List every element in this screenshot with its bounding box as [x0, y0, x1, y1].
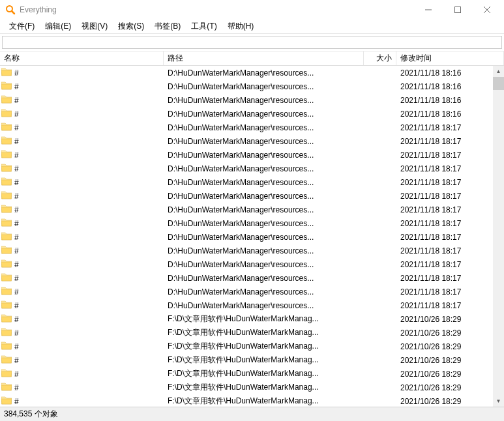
- cell-date: 2021/11/18 18:16: [396, 96, 493, 105]
- cell-path: D:\HuDunWaterMarkManager\resources...: [164, 260, 364, 269]
- cell-path: D:\HuDunWaterMarkManager\resources...: [164, 164, 364, 173]
- item-name: #: [14, 370, 19, 379]
- cell-date: 2021/10/26 18:29: [396, 397, 493, 406]
- table-row[interactable]: #D:\HuDunWaterMarkManager\resources...20…: [0, 230, 493, 244]
- folder-icon: [1, 341, 14, 352]
- folder-icon: [1, 81, 14, 92]
- item-name: #: [14, 356, 19, 365]
- folder-icon: [1, 300, 14, 311]
- table-row[interactable]: #D:\HuDunWaterMarkManager\resources...20…: [0, 93, 493, 107]
- cell-name: #: [0, 396, 164, 407]
- table-row[interactable]: #D:\HuDunWaterMarkManager\resources...20…: [0, 216, 493, 230]
- window-controls: [413, 0, 501, 20]
- table-row[interactable]: #D:\HuDunWaterMarkManager\resources...20…: [0, 189, 493, 203]
- menu-bookmarks[interactable]: 书签(B): [149, 19, 186, 34]
- header-date[interactable]: 修改时间: [396, 51, 504, 65]
- scroll-track[interactable]: [493, 77, 504, 396]
- scroll-down-button[interactable]: ▼: [493, 396, 504, 407]
- scroll-thumb[interactable]: [493, 77, 504, 90]
- cell-date: 2021/11/18 18:17: [396, 287, 493, 297]
- folder-icon: [1, 286, 14, 297]
- close-button[interactable]: [472, 0, 501, 20]
- item-name: #: [14, 246, 19, 255]
- table-row[interactable]: #F:\D\文章用软件\HuDunWaterMarkManag...2021/1…: [0, 381, 493, 394]
- menu-view[interactable]: 视图(V): [76, 19, 113, 34]
- cell-path: D:\HuDunWaterMarkManager\resources...: [164, 233, 364, 242]
- cell-path: D:\HuDunWaterMarkManager\resources...: [164, 219, 364, 228]
- cell-path: D:\HuDunWaterMarkManager\resources...: [164, 178, 364, 187]
- table-row[interactable]: #F:\D\文章用软件\HuDunWaterMarkManag...2021/1…: [0, 394, 493, 407]
- folder-icon: [1, 204, 14, 215]
- menu-tools[interactable]: 工具(T): [186, 19, 222, 34]
- svg-rect-3: [454, 7, 460, 13]
- table-row[interactable]: #D:\HuDunWaterMarkManager\resources...20…: [0, 257, 493, 271]
- cell-date: 2021/11/18 18:17: [396, 123, 493, 132]
- cell-path: F:\D\文章用软件\HuDunWaterMarkManag...: [164, 313, 364, 325]
- item-name: #: [14, 123, 19, 132]
- table-row[interactable]: #F:\D\文章用软件\HuDunWaterMarkManag...2021/1…: [0, 312, 493, 326]
- cell-date: 2021/11/18 18:17: [396, 164, 493, 173]
- table-row[interactable]: #D:\HuDunWaterMarkManager\resources...20…: [0, 162, 493, 175]
- cell-path: F:\D\文章用软件\HuDunWaterMarkManag...: [164, 368, 364, 379]
- table-row[interactable]: #F:\D\文章用软件\HuDunWaterMarkManag...2021/1…: [0, 340, 493, 353]
- item-name: #: [14, 397, 19, 406]
- table-row[interactable]: #D:\HuDunWaterMarkManager\resources...20…: [0, 148, 493, 162]
- item-name: #: [14, 301, 19, 310]
- maximize-button[interactable]: [443, 0, 472, 20]
- table-row[interactable]: #D:\HuDunWaterMarkManager\resources...20…: [0, 80, 493, 93]
- cell-date: 2021/10/26 18:29: [396, 342, 493, 351]
- item-name: #: [14, 82, 19, 91]
- menu-help[interactable]: 帮助(H): [222, 19, 259, 34]
- table-row[interactable]: #D:\HuDunWaterMarkManager\resources...20…: [0, 271, 493, 285]
- menu-search[interactable]: 搜索(S): [113, 19, 149, 34]
- cell-date: 2021/11/18 18:17: [396, 233, 493, 242]
- cell-path: D:\HuDunWaterMarkManager\resources...: [164, 137, 364, 146]
- header-size[interactable]: 大小: [364, 51, 396, 65]
- table-row[interactable]: #F:\D\文章用软件\HuDunWaterMarkManag...2021/1…: [0, 367, 493, 381]
- column-headers: 名称 路径 大小 修改时间: [0, 51, 504, 66]
- table-row[interactable]: #D:\HuDunWaterMarkManager\resources...20…: [0, 121, 493, 134]
- cell-path: D:\HuDunWaterMarkManager\resources...: [164, 96, 364, 105]
- minimize-button[interactable]: [413, 0, 443, 20]
- table-row[interactable]: #D:\HuDunWaterMarkManager\resources...20…: [0, 244, 493, 257]
- table-row[interactable]: #D:\HuDunWaterMarkManager\resources...20…: [0, 285, 493, 298]
- header-path[interactable]: 路径: [164, 51, 364, 65]
- cell-name: #: [0, 245, 164, 256]
- table-row[interactable]: #F:\D\文章用软件\HuDunWaterMarkManag...2021/1…: [0, 326, 493, 340]
- table-row[interactable]: #D:\HuDunWaterMarkManager\resources...20…: [0, 66, 493, 80]
- table-row[interactable]: #F:\D\文章用软件\HuDunWaterMarkManag...2021/1…: [0, 353, 493, 367]
- table-row[interactable]: #D:\HuDunWaterMarkManager\resources...20…: [0, 298, 493, 312]
- vertical-scrollbar[interactable]: ▲ ▼: [493, 66, 504, 407]
- cell-date: 2021/11/18 18:17: [396, 178, 493, 187]
- folder-icon: [1, 108, 14, 119]
- table-row[interactable]: #D:\HuDunWaterMarkManager\resources...20…: [0, 134, 493, 148]
- cell-name: #: [0, 218, 164, 229]
- folder-icon: [1, 94, 14, 106]
- app-icon: [5, 5, 16, 15]
- folder-icon: [1, 190, 14, 201]
- cell-date: 2021/11/18 18:17: [396, 260, 493, 269]
- header-name[interactable]: 名称: [0, 51, 164, 65]
- cell-name: #: [0, 300, 164, 311]
- table-row[interactable]: #D:\HuDunWaterMarkManager\resources...20…: [0, 203, 493, 216]
- table-row[interactable]: #D:\HuDunWaterMarkManager\resources...20…: [0, 175, 493, 189]
- cell-name: #: [0, 286, 164, 297]
- item-name: #: [14, 151, 19, 160]
- menu-edit[interactable]: 编辑(E): [40, 19, 76, 34]
- cell-name: #: [0, 272, 164, 283]
- cell-path: F:\D\文章用软件\HuDunWaterMarkManag...: [164, 355, 364, 366]
- folder-icon: [1, 67, 14, 78]
- cell-date: 2021/10/26 18:29: [396, 328, 493, 338]
- search-input[interactable]: [2, 36, 502, 49]
- scroll-up-button[interactable]: ▲: [493, 66, 504, 77]
- header-name-label: 名称: [4, 53, 20, 64]
- cell-path: D:\HuDunWaterMarkManager\resources...: [164, 301, 364, 310]
- cell-name: #: [0, 122, 164, 133]
- cell-path: D:\HuDunWaterMarkManager\resources...: [164, 192, 364, 201]
- results-list[interactable]: #D:\HuDunWaterMarkManager\resources...20…: [0, 66, 493, 407]
- cell-path: D:\HuDunWaterMarkManager\resources...: [164, 123, 364, 132]
- menu-file[interactable]: 文件(F): [4, 19, 40, 34]
- folder-icon: [1, 396, 14, 407]
- cell-date: 2021/11/18 18:16: [396, 82, 493, 91]
- table-row[interactable]: #D:\HuDunWaterMarkManager\resources...20…: [0, 107, 493, 121]
